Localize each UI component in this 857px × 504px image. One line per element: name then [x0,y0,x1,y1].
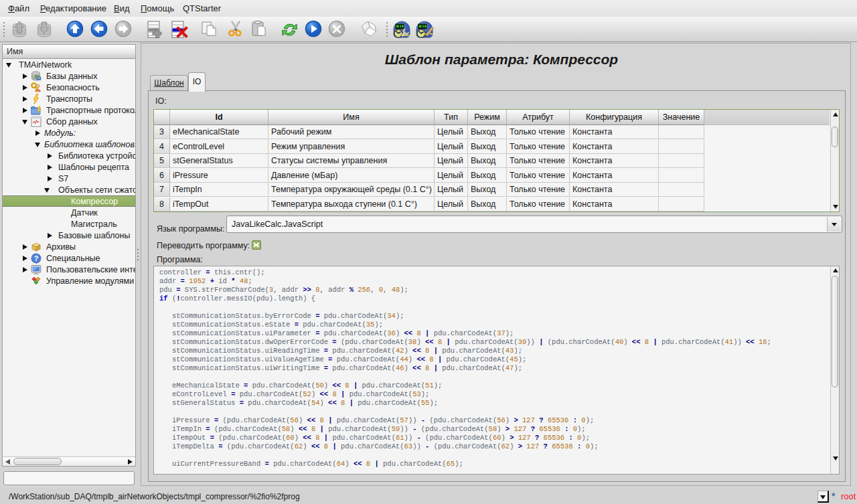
svg-text:?: ? [34,254,39,262]
